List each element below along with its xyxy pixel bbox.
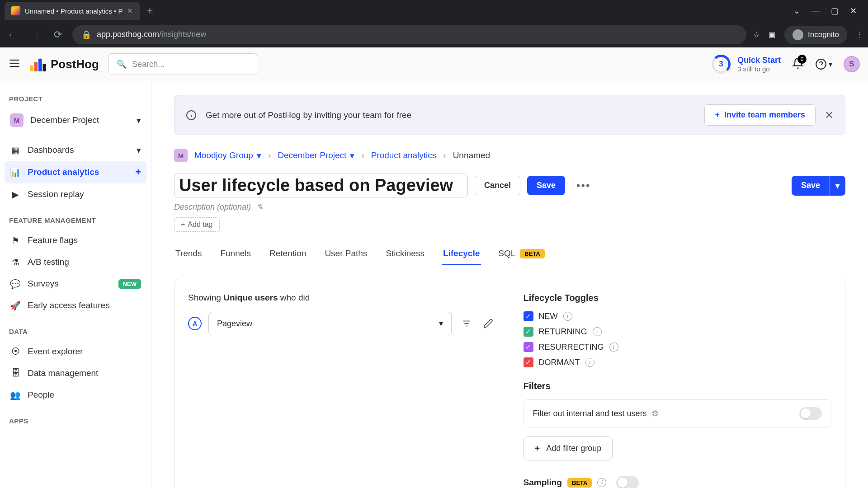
sidebar-item-early-access[interactable]: 🚀 Early access features — [5, 295, 146, 316]
chevron-down-icon: ▾ — [829, 60, 832, 69]
sidebar-item-people[interactable]: 👥 People — [5, 384, 146, 406]
search-input[interactable]: 🔍 Search... — [108, 53, 257, 75]
save-insight-button[interactable]: Save — [792, 176, 830, 196]
breadcrumb-project[interactable]: December Project ▾ — [278, 150, 354, 161]
chevron-right-icon: › — [361, 150, 364, 160]
toggle-switch[interactable] — [799, 407, 822, 420]
filter-icon[interactable] — [458, 315, 475, 332]
filters-heading: Filters — [524, 381, 832, 391]
add-filter-group-button[interactable]: + Add filter group — [524, 436, 613, 460]
database-icon: 🗄 — [10, 368, 21, 379]
insight-title-input[interactable] — [174, 174, 468, 197]
reload-icon[interactable]: ⟳ — [50, 29, 66, 41]
svg-rect-6 — [42, 64, 46, 71]
breadcrumb: M Moodjoy Group ▾ › December Project ▾ ›… — [174, 149, 845, 162]
chevron-down-icon: ▾ — [439, 319, 443, 328]
browser-tab[interactable]: Unnamed • Product analytics • P ✕ — [5, 2, 140, 20]
notifications-button[interactable]: 0 — [792, 57, 804, 71]
notification-count: 0 — [797, 55, 807, 64]
quickstart-button[interactable]: 3 Quick Start 3 still to go — [712, 55, 781, 74]
toggle-returning[interactable]: ✓ RETURNING i — [524, 327, 832, 337]
close-window-icon[interactable]: ✕ — [850, 6, 857, 16]
incognito-badge[interactable]: Incognito — [784, 26, 847, 44]
sidebar-item-data-management[interactable]: 🗄 Data management — [5, 362, 146, 384]
help-button[interactable]: ▾ — [815, 58, 832, 70]
sidebar-item-feature-flags[interactable]: ⚑ Feature flags — [5, 230, 146, 251]
checkbox-icon: ✓ — [524, 327, 533, 337]
hamburger-icon[interactable] — [8, 57, 21, 71]
edit-icon[interactable] — [480, 315, 496, 332]
tab-sql[interactable]: SQL BETA — [497, 243, 546, 265]
sidebar-item-surveys[interactable]: 💬 Surveys NEW — [5, 273, 146, 295]
logo[interactable]: PostHog — [30, 57, 99, 71]
help-icon — [815, 58, 827, 70]
new-tab-button[interactable]: + — [146, 5, 153, 17]
tab-funnels[interactable]: Funnels — [219, 243, 252, 265]
toggle-switch[interactable] — [616, 476, 639, 488]
tab-lifecycle[interactable]: Lifecycle — [442, 243, 481, 265]
description-placeholder[interactable]: Description (optional) — [174, 202, 251, 212]
close-icon[interactable]: ✕ — [825, 109, 834, 122]
dashboard-icon: ▦ — [10, 145, 21, 155]
info-icon[interactable]: i — [585, 358, 594, 367]
info-icon[interactable]: i — [593, 327, 602, 336]
beta-badge: BETA — [567, 478, 592, 488]
minimize-icon[interactable]: ― — [811, 6, 820, 16]
info-icon[interactable]: i — [609, 343, 618, 352]
sidebar-item-dashboards[interactable]: ▦ Dashboards ▾ — [5, 139, 146, 161]
rocket-icon: 🚀 — [10, 300, 21, 311]
sidebar-heading-apps: APPS — [5, 413, 146, 430]
tab-user-paths[interactable]: User Paths — [323, 243, 368, 265]
sidebar-project-selector[interactable]: M December Project ▾ — [5, 108, 146, 132]
menu-icon[interactable]: ⋮ — [856, 30, 863, 39]
gear-icon[interactable]: ⚙ — [651, 408, 659, 418]
more-icon[interactable]: ••• — [572, 179, 595, 192]
cancel-button[interactable]: Cancel — [475, 176, 520, 195]
tab-stickiness[interactable]: Stickiness — [384, 243, 426, 265]
invite-banner: Get more out of PostHog by inviting your… — [174, 95, 845, 135]
chat-icon: 💬 — [10, 278, 21, 289]
add-tag-button[interactable]: + Add tag — [174, 217, 220, 232]
internal-users-filter: Filter out internal and test users ⚙ — [524, 399, 832, 427]
lock-icon: 🔒 — [81, 30, 91, 40]
toggle-new[interactable]: ✓ NEW i — [524, 311, 832, 321]
svg-rect-5 — [38, 59, 42, 71]
people-icon: 👥 — [10, 389, 21, 400]
invite-button[interactable]: + Invite team members — [704, 104, 816, 126]
sidebar-item-session-replay[interactable]: ▶ Session replay — [5, 183, 146, 205]
maximize-icon[interactable]: ▢ — [831, 6, 839, 16]
sampling-row: Sampling BETA i — [524, 476, 832, 488]
address-bar[interactable]: 🔒 app.posthog.com/insights/new — [72, 25, 746, 44]
sidebar-heading-feature: FEATURE MANAGEMENT — [5, 212, 146, 230]
close-tab-icon[interactable]: ✕ — [127, 7, 133, 15]
sidebar-item-event-explorer[interactable]: ⦿ Event explorer — [5, 341, 146, 362]
new-badge: NEW — [118, 279, 141, 289]
plus-icon[interactable]: + — [135, 166, 141, 178]
breadcrumb-org[interactable]: Moodjoy Group ▾ — [194, 150, 261, 161]
toggle-resurrecting[interactable]: ✓ RESURRECTING i — [524, 342, 832, 352]
save-dropdown-button[interactable]: ▾ — [830, 176, 845, 196]
tab-trends[interactable]: Trends — [174, 243, 203, 265]
flask-icon: ⚗ — [10, 257, 21, 267]
sidebar-item-product-analytics[interactable]: 📊 Product analytics + — [5, 161, 146, 183]
showing-text: Showing Unique users who did — [188, 293, 496, 303]
search-icon: 🔍 — [117, 59, 127, 69]
event-select[interactable]: Pageview ▾ — [208, 312, 452, 335]
breadcrumb-section[interactable]: Product analytics — [371, 150, 437, 160]
info-icon[interactable]: i — [563, 312, 572, 321]
save-title-button[interactable]: Save — [527, 176, 565, 195]
chevron-down-icon[interactable]: ⌄ — [793, 6, 800, 16]
avatar[interactable]: S — [844, 56, 860, 72]
query-builder: Showing Unique users who did A Pageview … — [174, 279, 845, 488]
toggle-dormant[interactable]: ✓ DORMANT i — [524, 357, 832, 367]
back-icon[interactable]: ← — [5, 29, 20, 41]
info-icon[interactable]: i — [597, 478, 606, 487]
tab-retention[interactable]: Retention — [268, 243, 307, 265]
sidebar-item-ab-testing[interactable]: ⚗ A/B testing — [5, 251, 146, 273]
edit-icon[interactable]: ✎ — [256, 202, 263, 212]
star-icon[interactable]: ☆ — [753, 30, 760, 39]
checkbox-icon: ✓ — [524, 357, 533, 367]
plus-icon: + — [535, 443, 540, 454]
live-icon: ⦿ — [10, 346, 21, 357]
install-icon[interactable]: ▣ — [769, 30, 775, 39]
